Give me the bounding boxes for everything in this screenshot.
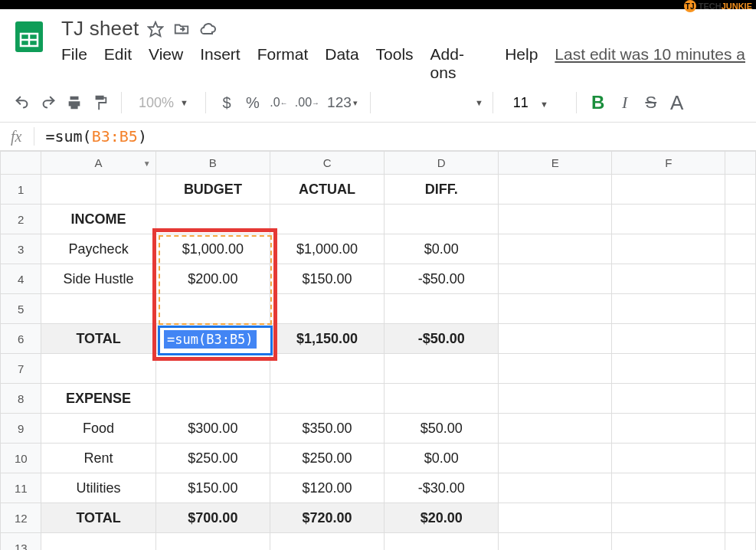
menu-view[interactable]: View (149, 45, 183, 82)
row-header-13[interactable]: 13 (1, 533, 41, 551)
cell-d5[interactable] (385, 294, 499, 324)
cell-a4[interactable]: Side Hustle (41, 264, 155, 294)
cell-c4[interactable]: $150.00 (270, 264, 384, 294)
col-header-extra[interactable] (725, 152, 756, 175)
cell-b11[interactable]: $150.00 (155, 473, 270, 503)
redo-icon[interactable] (37, 91, 60, 114)
undo-icon[interactable] (11, 91, 34, 114)
cell-d4[interactable]: -$50.00 (385, 264, 499, 294)
cell-d9[interactable]: $50.00 (385, 414, 499, 444)
cell-a8[interactable]: EXPENSE (41, 384, 155, 414)
cell-d2[interactable] (385, 205, 499, 234)
percent-icon[interactable]: % (241, 91, 264, 114)
cloud-status-icon[interactable] (198, 20, 217, 38)
row-header-4[interactable]: 4 (1, 264, 41, 294)
cell-b10[interactable]: $250.00 (155, 444, 270, 473)
cell-b1[interactable]: BUDGET (155, 175, 270, 205)
number-format-select[interactable]: 123▾ (324, 91, 361, 114)
cell-c12[interactable]: $720.00 (270, 503, 384, 533)
col-header-a[interactable]: A▼ (41, 152, 155, 175)
cell-c10[interactable]: $250.00 (270, 444, 384, 473)
col-header-f[interactable]: F (612, 152, 725, 175)
menu-format[interactable]: Format (257, 45, 309, 82)
cell-c9[interactable]: $350.00 (270, 414, 384, 444)
row-header-2[interactable]: 2 (1, 205, 41, 234)
cell-c2[interactable] (270, 205, 384, 234)
print-icon[interactable] (63, 91, 86, 114)
separator (493, 92, 493, 113)
row-header-6[interactable]: 6 (1, 324, 41, 354)
italic-button[interactable]: I (614, 91, 637, 114)
tj-logo-icon: TJ (684, 0, 696, 12)
formula-input[interactable]: =sum(B3:B5) (45, 127, 146, 146)
cell-c1[interactable]: ACTUAL (270, 175, 384, 205)
row-header-3[interactable]: 3 (1, 234, 41, 264)
decrease-decimal-icon[interactable]: .0← (267, 91, 290, 114)
cell-d3[interactable]: $0.00 (385, 234, 499, 264)
cell-d11[interactable]: -$30.00 (385, 473, 499, 503)
cell-b5[interactable] (155, 294, 270, 324)
menu-data[interactable]: Data (325, 45, 358, 82)
row-header-7[interactable]: 7 (1, 354, 41, 384)
row-header-12[interactable]: 12 (1, 503, 41, 533)
cell-a5[interactable] (41, 294, 155, 324)
strikethrough-button[interactable]: S (640, 91, 663, 114)
filter-arrow-icon[interactable]: ▼ (143, 159, 151, 167)
star-icon[interactable] (146, 20, 165, 38)
cell-c6[interactable]: $1,150.00 (270, 324, 384, 354)
currency-icon[interactable]: $ (215, 91, 238, 114)
menu-addons[interactable]: Add-ons (430, 45, 489, 82)
sheets-logo-icon[interactable] (11, 18, 47, 55)
menu-insert[interactable]: Insert (200, 45, 241, 82)
cell-c5[interactable] (270, 294, 384, 324)
zoom-select[interactable]: 100% ▼ (131, 95, 196, 111)
cell-a6[interactable]: TOTAL (41, 324, 155, 354)
cell-d10[interactable]: $0.00 (385, 444, 499, 473)
row-header-10[interactable]: 10 (1, 444, 41, 473)
cell-a11[interactable]: Utilities (41, 473, 155, 503)
paint-format-icon[interactable] (89, 91, 112, 114)
row-header-11[interactable]: 11 (1, 473, 41, 503)
cell-b2[interactable] (155, 205, 270, 234)
col-header-e[interactable]: E (499, 152, 612, 175)
font-select[interactable]: ▼ (475, 98, 483, 107)
cell-a2[interactable]: INCOME (41, 205, 155, 234)
active-cell-formula[interactable]: =sum(B3:B5) (164, 330, 257, 349)
select-all-corner[interactable] (1, 152, 41, 175)
font-size-select[interactable]: 11 ▼ (502, 95, 567, 111)
cell-c3[interactable]: $1,000.00 (270, 234, 384, 264)
row-header-1[interactable]: 1 (1, 175, 41, 205)
row-header-5[interactable]: 5 (1, 294, 41, 324)
cell-f1[interactable] (612, 175, 725, 205)
cell-a10[interactable]: Rent (41, 444, 155, 473)
text-color-button[interactable]: A (666, 91, 689, 114)
cell-b12[interactable]: $700.00 (155, 503, 270, 533)
increase-decimal-icon[interactable]: .00→ (293, 91, 321, 114)
cell-b4[interactable]: $200.00 (155, 264, 270, 294)
bold-button[interactable]: B (586, 91, 610, 114)
cell-a3[interactable]: Paycheck (41, 234, 155, 264)
col-header-d[interactable]: D (385, 152, 499, 175)
col-header-b[interactable]: B (155, 152, 270, 175)
menu-tools[interactable]: Tools (376, 45, 414, 82)
cell-d1[interactable]: DIFF. (385, 175, 499, 205)
menu-edit[interactable]: Edit (104, 45, 132, 82)
move-folder-icon[interactable] (172, 20, 191, 38)
cell-b9[interactable]: $300.00 (155, 414, 270, 444)
separator (121, 92, 122, 113)
menu-file[interactable]: File (61, 45, 87, 82)
row-header-9[interactable]: 9 (1, 414, 41, 444)
cell-b3[interactable]: $1,000.00 (155, 234, 270, 264)
row-header-8[interactable]: 8 (1, 384, 41, 414)
cell-e1[interactable] (499, 175, 612, 205)
cell-c11[interactable]: $120.00 (270, 473, 384, 503)
col-header-c[interactable]: C (270, 152, 384, 175)
menu-help[interactable]: Help (505, 45, 538, 82)
last-edit-link[interactable]: Last edit was 10 minutes a (555, 45, 745, 82)
cell-d12[interactable]: $20.00 (385, 503, 499, 533)
cell-d6[interactable]: -$50.00 (385, 324, 499, 354)
cell-a9[interactable]: Food (41, 414, 155, 444)
cell-a1[interactable] (41, 175, 155, 205)
cell-a12[interactable]: TOTAL (41, 503, 155, 533)
document-title[interactable]: TJ sheet (61, 17, 139, 41)
